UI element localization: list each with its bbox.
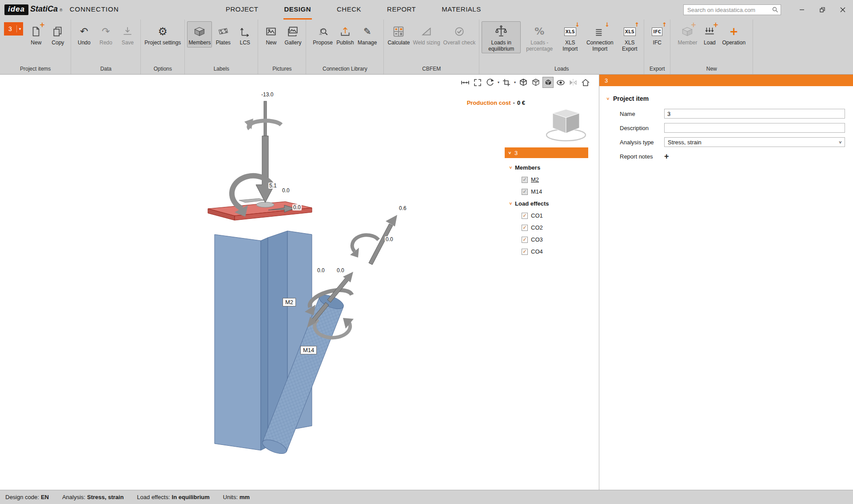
status-load-effects: Load effects:In equilibrium [137, 494, 209, 500]
tree-item-m2[interactable]: ✓ M2 [505, 174, 588, 186]
tree-root-item[interactable]: > 3 [505, 147, 588, 158]
tree-item-m14[interactable]: ✓ M14 [505, 186, 588, 198]
ribbon-group-data: ↶ Undo ↷ Redo Save Data [71, 20, 141, 74]
ribbon-group-label: Pictures [258, 65, 306, 74]
new-member-button[interactable]: + Member [676, 21, 698, 48]
checkbox-checked-icon[interactable]: ✓ [522, 189, 528, 195]
report-notes-row: Report notes + [620, 151, 845, 162]
tree-members-header[interactable]: > Members [505, 162, 588, 174]
overall-check-button[interactable]: Overall check [442, 21, 477, 48]
restore-button[interactable] [812, 0, 833, 20]
tab-design[interactable]: DESIGN [283, 0, 312, 20]
balance-scale-icon [492, 23, 510, 40]
view-settings-icon[interactable] [555, 77, 566, 88]
xls-import-button[interactable]: XLS ↓ XLS Import [558, 21, 582, 53]
new-operation-button[interactable]: + Operation [721, 21, 747, 48]
3d-scene[interactable] [0, 75, 599, 490]
checkbox-checked-icon[interactable]: ✓ [522, 237, 528, 243]
checkbox-checked-icon[interactable]: ✓ [522, 213, 528, 219]
new-picture-button[interactable]: New [260, 21, 282, 48]
chevron-down-icon[interactable]: ▾ [514, 80, 516, 84]
analysis-type-select[interactable]: Stress, strain > [664, 137, 845, 147]
clip-plane-icon[interactable] [501, 77, 512, 88]
description-input[interactable] [664, 123, 845, 133]
search-icon [772, 7, 778, 13]
plate-icon [214, 23, 232, 40]
tree-load-effects-header[interactable]: > Load effects [505, 198, 588, 210]
loads-percentage-button[interactable]: % Loads - percentage [521, 21, 558, 53]
loads-in-equilibrium-button[interactable]: Loads in equilibrium [482, 21, 521, 53]
checkbox-checked-icon[interactable]: ✓ [522, 177, 528, 183]
idea-logo: idea [4, 4, 28, 15]
tree-root-label: 3 [514, 150, 518, 156]
home-view-icon[interactable] [580, 77, 591, 88]
rotate-view-icon[interactable] [485, 77, 496, 88]
view-wireframe-icon[interactable] [518, 77, 529, 88]
app-name: CONNECTION [70, 5, 119, 13]
zoom-extents-icon[interactable] [472, 77, 483, 88]
new-project-item-button[interactable]: + New [25, 21, 47, 48]
gallery-button[interactable]: Gallery [282, 21, 303, 48]
tree-item-co1[interactable]: ✓ CO1 [505, 210, 588, 222]
manage-button[interactable]: ✎ Manage [356, 21, 378, 48]
checkbox-checked-icon[interactable]: ✓ [522, 225, 528, 231]
plates-labels-toggle[interactable]: Plates [212, 21, 234, 48]
save-button[interactable]: Save [117, 21, 138, 48]
weld-sizing-button[interactable]: Weld sizing [411, 21, 441, 48]
xls-export-button[interactable]: XLS ↑ XLS Export [618, 21, 642, 53]
close-button[interactable] [833, 0, 853, 20]
tab-materials[interactable]: MATERIALS [441, 0, 482, 20]
chevron-down-icon[interactable]: ▾ [498, 80, 499, 84]
undo-icon: ↶ [75, 23, 93, 40]
undo-button[interactable]: ↶ Undo [73, 21, 95, 48]
view-shaded-edges-icon[interactable] [530, 77, 541, 88]
tree-item-co4[interactable]: ✓ CO4 [505, 246, 588, 258]
status-design-code: Design code:EN [5, 494, 49, 500]
chevron-down-icon: > [837, 141, 842, 143]
search-input[interactable] [683, 4, 781, 15]
ribbon-group-pictures: New Gallery Pictures [258, 20, 306, 74]
tab-project[interactable]: PROJECT [225, 0, 259, 20]
propose-button[interactable]: Propose [311, 21, 334, 48]
view-solid-icon[interactable] [542, 77, 554, 88]
down-arrow-icon: ↓ [605, 22, 610, 28]
ribbon-group-label: Data [71, 65, 140, 74]
ribbon-group-label: CBFEM [384, 65, 479, 74]
tree-item-co3[interactable]: ✓ CO3 [505, 234, 588, 246]
tab-report[interactable]: REPORT [386, 0, 417, 20]
navigation-cube[interactable] [545, 106, 587, 143]
percent-icon: % [530, 23, 549, 40]
ribbon-group-label: New [670, 65, 753, 74]
calculate-button[interactable]: Calculate [386, 21, 411, 48]
tree-item-co2[interactable]: ✓ CO2 [505, 222, 588, 234]
connection-import-button[interactable]: ↓ Connection Import [582, 21, 617, 53]
checkbox-checked-icon[interactable]: ✓ [522, 249, 528, 255]
name-input[interactable] [664, 109, 845, 119]
new-load-button[interactable]: + Load [699, 21, 720, 48]
member-cube-icon [190, 23, 209, 40]
mirror-view-icon[interactable] [567, 77, 578, 88]
report-notes-label: Report notes [620, 153, 664, 160]
add-report-note-button[interactable]: + [664, 152, 669, 161]
search-box [683, 4, 781, 15]
3d-viewport[interactable]: -13.0 5.1 0.0 0.0 0.6 0.0 0.0 0.0 M2 M14… [0, 75, 599, 490]
copy-project-item-button[interactable]: Copy [47, 21, 68, 48]
ribbon-group-loads: Loads in equilibrium % Loads - percentag… [479, 20, 644, 74]
ifc-export-button[interactable]: IFC ↑ IFC [646, 21, 668, 48]
redo-button[interactable]: ↷ Redo [95, 21, 116, 48]
project-item-section-header[interactable]: > Project item [606, 95, 845, 102]
viewport-toolbar: ▾ ▾ [460, 77, 591, 88]
member-cube-icon: + [678, 23, 697, 40]
tab-check[interactable]: CHECK [336, 0, 362, 20]
project-settings-button[interactable]: ⚙ Project settings [143, 21, 182, 48]
project-item-selector-value: 3 [4, 25, 17, 32]
main-menu-tabs: PROJECT DESIGN CHECK REPORT MATERIALS [225, 0, 482, 20]
lcs-labels-toggle[interactable]: LCS [234, 21, 255, 48]
project-item-selector[interactable]: 3 ▾ [4, 22, 23, 36]
minimize-button[interactable] [792, 0, 812, 20]
members-labels-toggle[interactable]: Members [187, 21, 212, 48]
measure-icon[interactable] [460, 77, 471, 88]
publish-button[interactable]: Publish [335, 21, 356, 48]
load-arrows-icon: + [700, 23, 719, 40]
ribbon-group-label: Labels [185, 65, 258, 74]
